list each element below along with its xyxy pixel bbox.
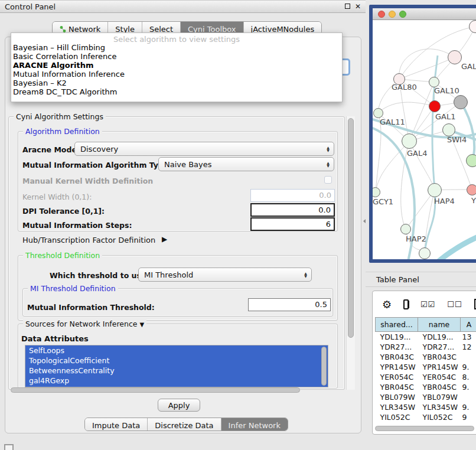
mi-algorithm-type-value: Naive Bayes — [164, 160, 211, 169]
cell-shared[interactable]: YDR27... — [376, 342, 418, 352]
which-threshold-combobox[interactable]: MI Threshold ▲▼ — [138, 268, 312, 282]
network-node[interactable] — [454, 95, 468, 109]
dpi-tolerance-field[interactable]: 0.0 — [250, 203, 335, 217]
table-row[interactable]: YLR345WYLR345W9. — [376, 402, 476, 412]
attribute-item-selected[interactable]: BetweennessCentrality — [25, 366, 328, 376]
attribute-item-selected[interactable]: TopologicalCoefficient — [25, 356, 328, 366]
attributes-list-scrollbar[interactable] — [321, 347, 327, 386]
cell-shared[interactable]: YDL19... — [376, 332, 418, 342]
dropdown-item[interactable]: Basic Correlation Inference — [11, 52, 342, 61]
attribute-item-selected[interactable]: SelfLoops — [25, 345, 328, 356]
cell-value[interactable]: 9. — [461, 382, 476, 392]
tab-infer-network[interactable]: Infer Network — [221, 418, 288, 431]
divider-collapse-handle[interactable] — [363, 219, 366, 223]
cell-shared[interactable]: YLR345W — [376, 402, 418, 412]
cell-shared[interactable]: YIL052C — [376, 412, 418, 422]
cell-shared[interactable]: YER054C — [376, 372, 418, 382]
mi-algorithm-type-combobox[interactable]: Naive Bayes ▲▼ — [158, 157, 334, 171]
dropdown-item[interactable]: Bayesian – Hill Climbing — [11, 43, 342, 52]
table-row[interactable]: YBR043CYBR043C — [376, 352, 476, 362]
cell-name[interactable]: YLR345W — [418, 402, 461, 412]
cell-name[interactable]: YDR27... — [418, 342, 461, 352]
column-layout-icon[interactable] — [403, 299, 409, 309]
cell-name[interactable]: YIL052C — [418, 412, 461, 422]
cell-name[interactable]: YDL19... — [418, 332, 461, 342]
select-all-checkboxes-icon[interactable]: ☑☑ — [420, 300, 435, 309]
network-node[interactable] — [466, 154, 476, 167]
settings-vscroll-thumb[interactable] — [348, 118, 354, 338]
cell-value[interactable]: 9. — [461, 362, 476, 372]
table-row[interactable]: YPR145WYPR145W9. — [376, 362, 476, 372]
close-window-icon[interactable]: ✕ — [355, 3, 361, 10]
network-node[interactable] — [467, 184, 476, 195]
mi-threshold-field[interactable]: 0.5 — [248, 298, 331, 311]
column-header-partial[interactable]: A — [461, 318, 476, 332]
cell-name[interactable]: YBR045C — [418, 382, 461, 392]
minimize-traffic-light[interactable] — [389, 11, 396, 18]
mi-steps-label: Mutual Information Steps: — [22, 221, 132, 230]
cell-value[interactable]: 8. — [461, 372, 476, 382]
network-node[interactable] — [428, 183, 442, 197]
network-node[interactable] — [419, 247, 431, 259]
column-header-shared[interactable]: shared... — [376, 318, 418, 332]
table-panel-body: ⚙ ☑☑ ☐☐ shared... name A YDL19...YDL19..… — [372, 291, 476, 435]
cell-shared[interactable]: YBR043C — [376, 352, 418, 362]
dropdown-item-aracne[interactable]: ARACNE Algorithm — [11, 61, 342, 70]
mi-steps-field[interactable]: 6 — [250, 217, 335, 231]
float-window-icon[interactable] — [345, 3, 350, 10]
table-row[interactable]: YDR27...YDR27...12 — [376, 342, 476, 352]
cell-value[interactable]: 9 — [461, 412, 476, 422]
cell-value[interactable] — [461, 392, 476, 402]
attribute-item-selected[interactable]: gal4RGexp — [25, 376, 328, 386]
gear-icon[interactable]: ⚙ — [382, 298, 392, 311]
dropdown-item[interactable]: Dream8 DC_TDC Algorithm — [11, 87, 342, 96]
cell-value[interactable]: 12 — [461, 342, 476, 352]
network-node[interactable] — [402, 133, 417, 149]
network-node[interactable] — [400, 224, 411, 234]
document-icon[interactable] — [474, 299, 476, 309]
table-row[interactable]: YDL19...YDL19...13 — [376, 332, 476, 342]
cell-shared[interactable]: YPR145W — [376, 362, 418, 372]
cell-value[interactable] — [461, 352, 476, 362]
kernel-width-field[interactable]: 0.0 — [250, 189, 335, 202]
network-canvas[interactable]: GAL GAL80 GAL10 GAL1 GAL11 SWI4 GAL4 GCY… — [373, 20, 476, 259]
network-node[interactable] — [442, 123, 455, 136]
table-hscroll-thumb[interactable] — [375, 426, 474, 431]
aracne-mode-combobox[interactable]: Discovery ▲▼ — [74, 142, 334, 156]
node-label: GCY1 — [373, 197, 393, 206]
column-header-name[interactable]: name — [418, 318, 461, 332]
cell-name[interactable]: YBR043C — [418, 352, 461, 362]
cell-value[interactable]: 9. — [461, 402, 476, 412]
table-row[interactable]: YIL052CYIL052C9 — [376, 412, 476, 422]
manual-kernel-width-checkbox[interactable] — [324, 176, 332, 184]
cell-shared[interactable]: YBR045C — [376, 382, 418, 392]
network-node[interactable] — [373, 108, 383, 118]
settings-vertical-scrollbar[interactable] — [346, 116, 355, 390]
table-row[interactable]: YBR045CYBR045C9. — [376, 382, 476, 392]
cell-name[interactable]: YBL079W — [418, 392, 461, 402]
deselect-all-checkboxes-icon[interactable]: ☐☐ — [447, 300, 462, 309]
cell-name[interactable]: YER054C — [418, 372, 461, 382]
sources-collapse-arrow-icon[interactable]: ▼ — [139, 321, 144, 328]
tab-impute-data[interactable]: Impute Data — [85, 418, 148, 431]
dropdown-item[interactable]: Bayesian – K2 — [11, 79, 342, 87]
cell-value[interactable]: 13 — [461, 332, 476, 342]
combo-stepper-icon: ▲▼ — [324, 146, 334, 152]
tab-discretize-data[interactable]: Discretize Data — [148, 418, 221, 431]
network-window-titlebar[interactable] — [373, 8, 476, 20]
apply-button[interactable]: Apply — [158, 399, 200, 412]
cell-shared[interactable]: YBL079W — [376, 392, 418, 402]
close-traffic-light[interactable] — [378, 11, 385, 18]
network-node[interactable] — [429, 100, 441, 112]
dock-panel-icon[interactable] — [4, 444, 14, 450]
zoom-traffic-light[interactable] — [399, 11, 406, 18]
dropdown-placeholder: Select algorithm to view settings — [11, 33, 342, 43]
settings-hscroll-thumb[interactable] — [11, 387, 300, 393]
hub-expand-arrow-icon[interactable]: ▶ — [162, 235, 167, 243]
table-row[interactable]: YER054CYER054C8. — [376, 372, 476, 382]
cell-name[interactable]: YPR145W — [418, 362, 461, 372]
table-row[interactable]: YBL079WYBL079W — [376, 392, 476, 402]
dropdown-item[interactable]: Mutual Information Inference — [11, 70, 342, 79]
aracne-mode-label: Aracne Mode: — [22, 145, 80, 154]
network-node[interactable] — [448, 50, 462, 64]
